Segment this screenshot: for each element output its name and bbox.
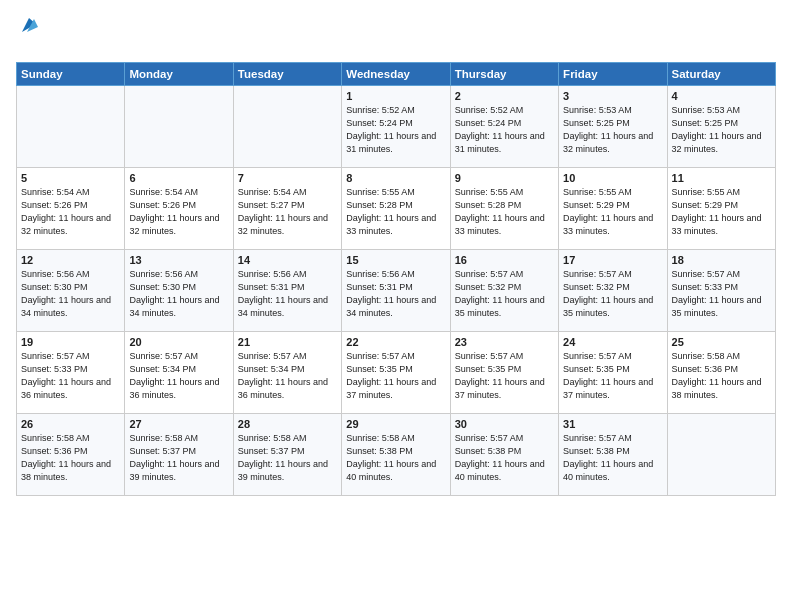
day-info: Sunrise: 5:57 AM Sunset: 5:38 PM Dayligh… [563, 432, 662, 484]
day-number: 22 [346, 336, 445, 348]
day-info: Sunrise: 5:54 AM Sunset: 5:26 PM Dayligh… [21, 186, 120, 238]
day-info: Sunrise: 5:58 AM Sunset: 5:36 PM Dayligh… [672, 350, 771, 402]
day-number: 10 [563, 172, 662, 184]
calendar-cell: 17Sunrise: 5:57 AM Sunset: 5:32 PM Dayli… [559, 249, 667, 331]
day-number: 27 [129, 418, 228, 430]
calendar-cell: 26Sunrise: 5:58 AM Sunset: 5:36 PM Dayli… [17, 413, 125, 495]
week-row-1: 1Sunrise: 5:52 AM Sunset: 5:24 PM Daylig… [17, 85, 776, 167]
day-info: Sunrise: 5:54 AM Sunset: 5:27 PM Dayligh… [238, 186, 337, 238]
logo-icon [18, 14, 40, 36]
calendar-cell [17, 85, 125, 167]
calendar-cell: 11Sunrise: 5:55 AM Sunset: 5:29 PM Dayli… [667, 167, 775, 249]
day-info: Sunrise: 5:56 AM Sunset: 5:30 PM Dayligh… [129, 268, 228, 320]
day-number: 11 [672, 172, 771, 184]
day-info: Sunrise: 5:55 AM Sunset: 5:28 PM Dayligh… [346, 186, 445, 238]
page-container: SundayMondayTuesdayWednesdayThursdayFrid… [0, 0, 792, 506]
calendar-cell [125, 85, 233, 167]
day-info: Sunrise: 5:57 AM Sunset: 5:38 PM Dayligh… [455, 432, 554, 484]
day-number: 29 [346, 418, 445, 430]
col-header-saturday: Saturday [667, 62, 775, 85]
header [16, 10, 776, 56]
day-info: Sunrise: 5:57 AM Sunset: 5:35 PM Dayligh… [346, 350, 445, 402]
calendar-cell: 25Sunrise: 5:58 AM Sunset: 5:36 PM Dayli… [667, 331, 775, 413]
day-number: 26 [21, 418, 120, 430]
week-row-2: 5Sunrise: 5:54 AM Sunset: 5:26 PM Daylig… [17, 167, 776, 249]
calendar-cell: 22Sunrise: 5:57 AM Sunset: 5:35 PM Dayli… [342, 331, 450, 413]
day-info: Sunrise: 5:58 AM Sunset: 5:37 PM Dayligh… [129, 432, 228, 484]
col-header-tuesday: Tuesday [233, 62, 341, 85]
calendar-cell: 31Sunrise: 5:57 AM Sunset: 5:38 PM Dayli… [559, 413, 667, 495]
col-header-wednesday: Wednesday [342, 62, 450, 85]
day-info: Sunrise: 5:57 AM Sunset: 5:33 PM Dayligh… [21, 350, 120, 402]
day-info: Sunrise: 5:58 AM Sunset: 5:38 PM Dayligh… [346, 432, 445, 484]
day-info: Sunrise: 5:55 AM Sunset: 5:29 PM Dayligh… [563, 186, 662, 238]
day-info: Sunrise: 5:56 AM Sunset: 5:30 PM Dayligh… [21, 268, 120, 320]
day-info: Sunrise: 5:57 AM Sunset: 5:35 PM Dayligh… [563, 350, 662, 402]
day-number: 5 [21, 172, 120, 184]
day-number: 12 [21, 254, 120, 266]
calendar-cell: 4Sunrise: 5:53 AM Sunset: 5:25 PM Daylig… [667, 85, 775, 167]
day-number: 24 [563, 336, 662, 348]
calendar-cell: 19Sunrise: 5:57 AM Sunset: 5:33 PM Dayli… [17, 331, 125, 413]
day-info: Sunrise: 5:54 AM Sunset: 5:26 PM Dayligh… [129, 186, 228, 238]
day-info: Sunrise: 5:56 AM Sunset: 5:31 PM Dayligh… [346, 268, 445, 320]
day-number: 7 [238, 172, 337, 184]
day-number: 4 [672, 90, 771, 102]
day-info: Sunrise: 5:57 AM Sunset: 5:32 PM Dayligh… [455, 268, 554, 320]
calendar-table: SundayMondayTuesdayWednesdayThursdayFrid… [16, 62, 776, 496]
day-number: 13 [129, 254, 228, 266]
day-info: Sunrise: 5:56 AM Sunset: 5:31 PM Dayligh… [238, 268, 337, 320]
day-info: Sunrise: 5:58 AM Sunset: 5:36 PM Dayligh… [21, 432, 120, 484]
day-info: Sunrise: 5:55 AM Sunset: 5:28 PM Dayligh… [455, 186, 554, 238]
calendar-cell: 3Sunrise: 5:53 AM Sunset: 5:25 PM Daylig… [559, 85, 667, 167]
calendar-cell: 7Sunrise: 5:54 AM Sunset: 5:27 PM Daylig… [233, 167, 341, 249]
col-header-sunday: Sunday [17, 62, 125, 85]
day-number: 28 [238, 418, 337, 430]
calendar-cell [233, 85, 341, 167]
calendar-cell: 8Sunrise: 5:55 AM Sunset: 5:28 PM Daylig… [342, 167, 450, 249]
calendar-cell: 10Sunrise: 5:55 AM Sunset: 5:29 PM Dayli… [559, 167, 667, 249]
day-number: 17 [563, 254, 662, 266]
calendar-cell: 21Sunrise: 5:57 AM Sunset: 5:34 PM Dayli… [233, 331, 341, 413]
day-number: 19 [21, 336, 120, 348]
day-info: Sunrise: 5:52 AM Sunset: 5:24 PM Dayligh… [346, 104, 445, 156]
calendar-cell: 1Sunrise: 5:52 AM Sunset: 5:24 PM Daylig… [342, 85, 450, 167]
day-info: Sunrise: 5:53 AM Sunset: 5:25 PM Dayligh… [563, 104, 662, 156]
calendar-cell: 6Sunrise: 5:54 AM Sunset: 5:26 PM Daylig… [125, 167, 233, 249]
calendar-cell: 2Sunrise: 5:52 AM Sunset: 5:24 PM Daylig… [450, 85, 558, 167]
day-info: Sunrise: 5:52 AM Sunset: 5:24 PM Dayligh… [455, 104, 554, 156]
day-number: 25 [672, 336, 771, 348]
day-number: 14 [238, 254, 337, 266]
logo [16, 14, 40, 56]
calendar-cell: 16Sunrise: 5:57 AM Sunset: 5:32 PM Dayli… [450, 249, 558, 331]
day-number: 8 [346, 172, 445, 184]
day-info: Sunrise: 5:58 AM Sunset: 5:37 PM Dayligh… [238, 432, 337, 484]
calendar-cell: 13Sunrise: 5:56 AM Sunset: 5:30 PM Dayli… [125, 249, 233, 331]
calendar-cell: 23Sunrise: 5:57 AM Sunset: 5:35 PM Dayli… [450, 331, 558, 413]
day-number: 20 [129, 336, 228, 348]
day-number: 1 [346, 90, 445, 102]
col-header-monday: Monday [125, 62, 233, 85]
calendar-cell: 5Sunrise: 5:54 AM Sunset: 5:26 PM Daylig… [17, 167, 125, 249]
week-row-4: 19Sunrise: 5:57 AM Sunset: 5:33 PM Dayli… [17, 331, 776, 413]
calendar-cell: 29Sunrise: 5:58 AM Sunset: 5:38 PM Dayli… [342, 413, 450, 495]
day-info: Sunrise: 5:57 AM Sunset: 5:32 PM Dayligh… [563, 268, 662, 320]
day-number: 23 [455, 336, 554, 348]
calendar-cell: 30Sunrise: 5:57 AM Sunset: 5:38 PM Dayli… [450, 413, 558, 495]
calendar-cell: 18Sunrise: 5:57 AM Sunset: 5:33 PM Dayli… [667, 249, 775, 331]
day-info: Sunrise: 5:53 AM Sunset: 5:25 PM Dayligh… [672, 104, 771, 156]
day-number: 31 [563, 418, 662, 430]
col-header-thursday: Thursday [450, 62, 558, 85]
calendar-cell: 9Sunrise: 5:55 AM Sunset: 5:28 PM Daylig… [450, 167, 558, 249]
day-number: 9 [455, 172, 554, 184]
day-number: 3 [563, 90, 662, 102]
week-row-5: 26Sunrise: 5:58 AM Sunset: 5:36 PM Dayli… [17, 413, 776, 495]
day-number: 30 [455, 418, 554, 430]
day-number: 21 [238, 336, 337, 348]
week-row-3: 12Sunrise: 5:56 AM Sunset: 5:30 PM Dayli… [17, 249, 776, 331]
calendar-cell: 28Sunrise: 5:58 AM Sunset: 5:37 PM Dayli… [233, 413, 341, 495]
calendar-header-row: SundayMondayTuesdayWednesdayThursdayFrid… [17, 62, 776, 85]
day-number: 15 [346, 254, 445, 266]
calendar-cell: 20Sunrise: 5:57 AM Sunset: 5:34 PM Dayli… [125, 331, 233, 413]
calendar-cell [667, 413, 775, 495]
